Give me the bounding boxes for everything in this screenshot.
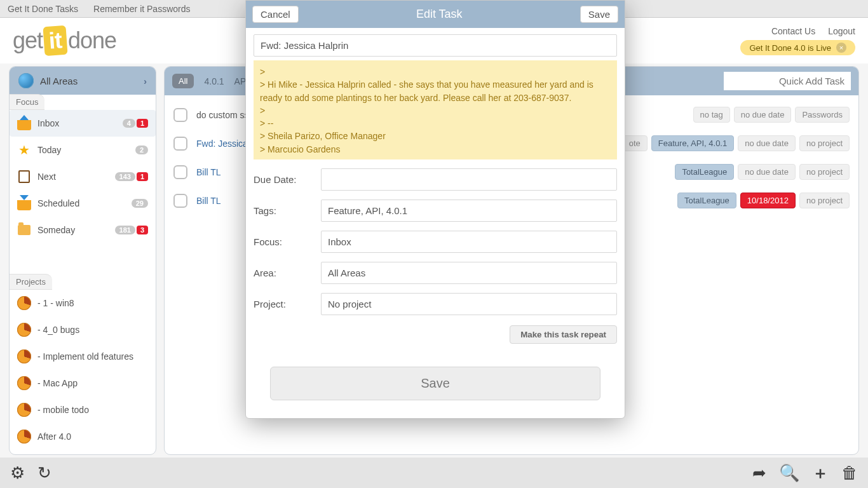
sidebar-item-next[interactable]: Next1431 bbox=[10, 163, 156, 190]
sidebar-item-label: - Mac App bbox=[37, 378, 78, 388]
share-icon[interactable]: ➦ bbox=[752, 463, 766, 483]
sidebar: All Areas › Focus Inbox41★Today2Next1431… bbox=[9, 66, 156, 455]
sidebar-project-item[interactable]: - Implement old features bbox=[10, 343, 156, 370]
sidebar-project-item[interactable]: - mobile todo bbox=[10, 396, 156, 423]
gear-icon[interactable]: ⚙ bbox=[10, 463, 25, 483]
area-select[interactable] bbox=[321, 262, 617, 284]
save-button-large[interactable]: Save bbox=[270, 367, 600, 400]
version-live-badge[interactable]: Get It Done 4.0 is Live × bbox=[740, 40, 855, 55]
count-badge: 2 bbox=[135, 146, 148, 154]
due-date-input[interactable] bbox=[321, 168, 617, 191]
sidebar-item-label: - Implement old features bbox=[37, 351, 133, 362]
sidebar-item-someday[interactable]: Someday1813 bbox=[10, 217, 156, 243]
close-icon[interactable]: × bbox=[836, 43, 846, 53]
project-icon bbox=[17, 296, 31, 310]
section-focus-label: Focus bbox=[10, 94, 44, 110]
book-icon bbox=[17, 170, 31, 184]
refresh-icon[interactable]: ↻ bbox=[37, 463, 51, 483]
task-pill[interactable]: no due date bbox=[734, 107, 792, 123]
chevron-right-icon: › bbox=[144, 76, 147, 86]
task-pill[interactable]: Feature, API, 4.0.1 bbox=[651, 135, 734, 151]
filter-tab[interactable]: 4.0.1 bbox=[204, 76, 224, 86]
logo-text-post: done bbox=[68, 27, 116, 53]
sidebar-item-label: Someday bbox=[37, 225, 75, 235]
logo-it-badge: it bbox=[43, 25, 67, 56]
project-field-label: Project: bbox=[254, 299, 315, 309]
task-pill[interactable]: ote bbox=[622, 135, 648, 151]
task-checkbox[interactable] bbox=[173, 194, 187, 208]
due-date-label: Due Date: bbox=[254, 174, 315, 185]
task-pill[interactable]: no due date bbox=[738, 164, 796, 180]
folder-icon bbox=[17, 223, 31, 237]
sidebar-item-label: Scheduled bbox=[37, 198, 79, 208]
sidebar-item-label: - 1 - win8 bbox=[37, 298, 74, 308]
task-pill[interactable]: no project bbox=[799, 193, 850, 208]
sidebar-project-item[interactable]: - 4_0 bugs bbox=[10, 316, 156, 343]
count-badge: 29 bbox=[132, 199, 148, 208]
project-icon bbox=[17, 430, 31, 444]
focus-field-label: Focus: bbox=[254, 236, 315, 247]
task-pill[interactable]: no project bbox=[799, 135, 850, 151]
count-badge: 4 bbox=[123, 119, 135, 128]
task-checkbox[interactable] bbox=[173, 165, 187, 179]
project-select[interactable] bbox=[321, 293, 617, 315]
sidebar-item-inbox[interactable]: Inbox41 bbox=[10, 110, 156, 137]
project-icon bbox=[17, 349, 31, 363]
sidebar-item-label: Inbox bbox=[37, 118, 59, 128]
area-selector[interactable]: All Areas › bbox=[10, 67, 156, 95]
project-icon bbox=[17, 403, 31, 417]
contact-us-link[interactable]: Contact Us bbox=[771, 26, 815, 36]
project-icon bbox=[17, 323, 31, 337]
sidebar-item-label: Today bbox=[37, 145, 61, 155]
task-pill[interactable]: TotalLeague bbox=[677, 193, 736, 208]
section-projects-label: Projects bbox=[10, 274, 52, 290]
alert-badge: 1 bbox=[137, 172, 148, 181]
cancel-button[interactable]: Cancel bbox=[252, 6, 299, 23]
sidebar-item-scheduled[interactable]: Scheduled29 bbox=[10, 190, 156, 217]
area-label: All Areas bbox=[40, 76, 78, 86]
quick-add-input[interactable] bbox=[724, 72, 851, 90]
tags-input[interactable] bbox=[321, 200, 617, 222]
task-checkbox[interactable] bbox=[173, 137, 187, 151]
sidebar-item-label: After 4.0 bbox=[37, 431, 71, 442]
modal-title: Edit Task bbox=[416, 8, 463, 21]
make-repeat-button[interactable]: Make this task repeat bbox=[510, 325, 617, 344]
task-pill[interactable]: Passwords bbox=[795, 107, 850, 123]
project-icon bbox=[17, 376, 31, 390]
logout-link[interactable]: Logout bbox=[828, 26, 855, 36]
sidebar-item-today[interactable]: ★Today2 bbox=[10, 137, 156, 163]
sidebar-project-item[interactable]: - 1 - win8 bbox=[10, 290, 156, 316]
star-icon: ★ bbox=[17, 143, 31, 157]
trash-icon[interactable]: 🗑 bbox=[841, 463, 858, 483]
task-pill[interactable]: TotalLeague bbox=[675, 164, 734, 180]
nav-passwords-link[interactable]: Remember it Passwords bbox=[93, 4, 191, 14]
add-icon[interactable]: ＋ bbox=[812, 462, 829, 484]
task-pill[interactable]: no project bbox=[799, 164, 850, 180]
task-pill[interactable]: 10/18/2012 bbox=[740, 193, 796, 208]
globe-icon bbox=[18, 73, 34, 88]
task-pill[interactable]: no tag bbox=[693, 107, 730, 123]
nav-tasks-link[interactable]: Get It Done Tasks bbox=[8, 4, 78, 14]
logo-text-pre: get bbox=[13, 27, 43, 53]
focus-select[interactable] bbox=[321, 231, 617, 253]
task-title-input[interactable] bbox=[254, 34, 617, 57]
inbox-icon bbox=[17, 116, 31, 130]
filter-all[interactable]: All bbox=[172, 74, 194, 88]
task-checkbox[interactable] bbox=[173, 108, 187, 122]
sidebar-project-item[interactable]: After 4.0 bbox=[10, 423, 156, 450]
count-badge: 181 bbox=[115, 226, 135, 234]
logo: getitdone bbox=[13, 26, 116, 55]
task-note[interactable]: >> Hi Mike - Jessica Halprin called - sh… bbox=[254, 60, 617, 159]
alert-badge: 1 bbox=[137, 119, 148, 128]
sidebar-item-label: - mobile todo bbox=[37, 405, 89, 415]
version-live-text: Get It Done 4.0 is Live bbox=[749, 43, 831, 53]
task-pill[interactable]: no due date bbox=[738, 135, 796, 151]
search-icon[interactable]: 🔍 bbox=[779, 463, 799, 483]
sidebar-item-label: - 4_0 bugs bbox=[37, 325, 79, 335]
save-button[interactable]: Save bbox=[580, 6, 618, 23]
tags-label: Tags: bbox=[254, 205, 315, 216]
count-badge: 143 bbox=[115, 172, 135, 181]
sidebar-project-item[interactable]: - Mac App bbox=[10, 370, 156, 396]
sidebar-item-label: Next bbox=[37, 172, 56, 182]
scheduled-icon bbox=[17, 196, 31, 210]
